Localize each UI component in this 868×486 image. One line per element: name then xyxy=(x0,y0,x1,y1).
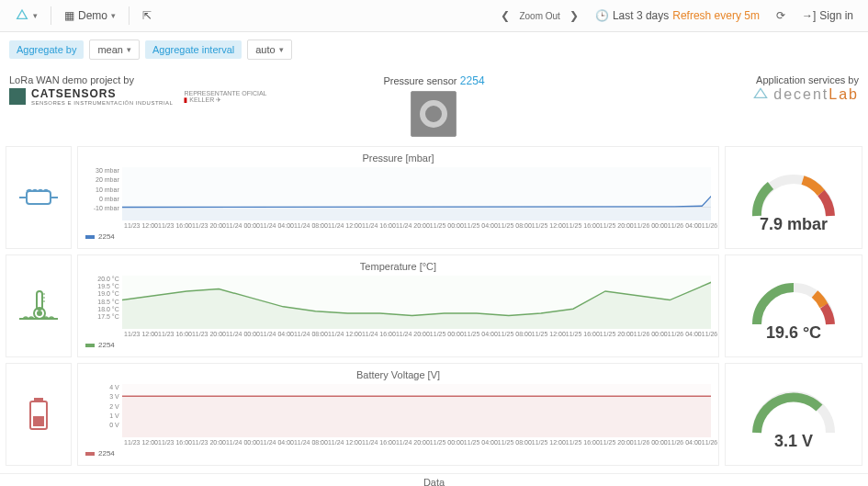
temperature-chart-panel[interactable]: Temperature [°C] 20.0 °C19.5 °C19.0 °C18… xyxy=(77,254,719,357)
catsensors-subtext: SENSORES E INSTRUMENTACIÓN INDUSTRIAL xyxy=(31,100,173,106)
keller-badge: REPRESENTANTE OFICIAL▮ KELLER ✈ xyxy=(184,90,266,104)
grafana-icon xyxy=(15,8,29,23)
sensor-image xyxy=(411,91,457,137)
project-by-text: LoRa WAN demo project by xyxy=(9,74,292,85)
x-axis-labels: 11/23 12:0011/23 16:0011/23 20:0011/24 0… xyxy=(85,222,711,229)
svg-point-9 xyxy=(37,311,42,316)
battery-icon xyxy=(25,396,52,433)
sensor-id-link[interactable]: 2254 xyxy=(460,74,485,87)
aggregate-by-value: mean xyxy=(97,44,123,55)
share-button[interactable]: ⇱ xyxy=(135,6,159,26)
header-left: LoRa WAN demo project by CATSENSORS SENS… xyxy=(9,74,292,106)
caret-down-icon: ▾ xyxy=(127,45,131,54)
pressure-row: Pressure [mbar] 30 mbar20 mbar10 mbar0 m… xyxy=(6,146,862,249)
aggregate-by-label: Aggregate by xyxy=(9,40,84,59)
pressure-line-chart xyxy=(122,167,711,220)
clock-icon: 🕒 xyxy=(595,9,609,22)
svg-rect-16 xyxy=(33,416,44,426)
pressure-gauge-panel: 7.9 mbar xyxy=(725,146,862,249)
panel-title: Temperature [°C] xyxy=(85,259,711,276)
dashboard-name: Demo xyxy=(78,9,107,22)
y-axis-labels: 30 mbar20 mbar10 mbar0 mbar-10 mbar xyxy=(85,167,122,211)
temperature-icon-panel xyxy=(6,254,72,357)
time-range-label: Last 3 days xyxy=(613,9,669,22)
battery-gauge-panel: 3.1 V xyxy=(725,363,862,466)
header-center: Pressure sensor 2254 xyxy=(292,74,575,137)
decentlab-logo: decentLab xyxy=(751,85,859,104)
chart-legend[interactable]: 2254 xyxy=(85,232,711,241)
caret-down-icon: ▾ xyxy=(279,45,284,54)
svg-point-0 xyxy=(423,103,445,125)
catsensors-logo: CATSENSORS SENSORES E INSTRUMENTACIÓN IN… xyxy=(9,87,292,106)
time-range-picker[interactable]: 🕒 Last 3 days Refresh every 5m xyxy=(588,6,767,26)
panel-title: Battery Voltage [V] xyxy=(85,367,711,384)
chart-legend[interactable]: 2254 xyxy=(85,341,711,349)
zoom-out-button[interactable]: Zoom Out xyxy=(519,11,559,21)
sensor-coil-icon xyxy=(417,97,450,130)
svg-rect-19 xyxy=(122,396,711,437)
panel-title: Pressure [mbar] xyxy=(85,151,711,167)
signin-button[interactable]: →] Sign in xyxy=(795,6,861,26)
dashboard-picker[interactable]: ▦ Demo ▾ xyxy=(57,6,123,26)
grid-icon: ▦ xyxy=(64,9,74,22)
refresh-interval-label: Refresh every 5m xyxy=(672,9,760,22)
signin-icon: →] xyxy=(802,9,816,22)
pressure-chart-panel[interactable]: Pressure [mbar] 30 mbar20 mbar10 mbar0 m… xyxy=(77,146,719,249)
battery-row: Battery Voltage [V] 4 V3 V2 V1 V0 V 11/2… xyxy=(6,363,862,466)
toolbar-left: ▾ ▦ Demo ▾ ⇱ xyxy=(7,5,159,27)
panel-title: Data xyxy=(0,473,868,486)
decentlab-icon xyxy=(751,85,770,104)
top-toolbar: ▾ ▦ Demo ▾ ⇱ ❮ Zoom Out ❯ 🕒 Last 3 days … xyxy=(0,0,868,32)
thermometer-icon xyxy=(17,288,60,324)
caret-down-icon: ▾ xyxy=(111,11,116,20)
battery-icon-panel xyxy=(6,363,72,466)
refresh-button[interactable]: ⟳ xyxy=(776,9,785,22)
time-forward-button[interactable]: ❯ xyxy=(569,9,579,22)
x-axis-labels: 11/23 12:0011/23 16:0011/23 20:0011/24 0… xyxy=(85,439,711,446)
y-axis-labels: 4 V3 V2 V1 V0 V xyxy=(85,384,122,428)
template-variables-row: Aggregate by mean ▾ Aggregate interval a… xyxy=(0,32,868,67)
caret-down-icon: ▾ xyxy=(33,11,38,20)
home-dropdown[interactable]: ▾ xyxy=(7,5,45,27)
chart-legend[interactable]: 2254 xyxy=(85,449,711,458)
info-header-row: LoRa WAN demo project by CATSENSORS SENS… xyxy=(0,67,868,146)
aggregate-interval-label: Aggregate interval xyxy=(145,40,242,59)
share-icon: ⇱ xyxy=(142,9,152,22)
temperature-line-chart xyxy=(122,276,711,329)
toolbar-right: ❮ Zoom Out ❯ 🕒 Last 3 days Refresh every… xyxy=(501,6,861,26)
aggregate-interval-value: auto xyxy=(255,44,275,55)
cat-icon xyxy=(9,88,26,105)
dashboard-panels: Pressure [mbar] 30 mbar20 mbar10 mbar0 m… xyxy=(0,146,868,466)
svg-rect-1 xyxy=(27,191,51,204)
separator xyxy=(51,6,51,25)
services-by-text: Application services by xyxy=(576,74,859,85)
battery-line-chart xyxy=(122,384,711,437)
separator xyxy=(129,6,130,25)
temperature-gauge-panel: 19.6 °C xyxy=(725,254,862,357)
header-right: Application services by decentLab xyxy=(576,74,859,107)
x-axis-labels: 11/23 12:0011/23 16:0011/23 20:0011/24 0… xyxy=(85,331,711,337)
aggregate-by-dropdown[interactable]: mean ▾ xyxy=(89,40,140,60)
y-axis-labels: 20.0 °C19.5 °C19.0 °C18.5 °C18.0 °C17.5 … xyxy=(85,276,122,320)
signin-label: Sign in xyxy=(819,9,853,22)
pressure-sensor-icon xyxy=(17,184,60,211)
battery-chart-panel[interactable]: Battery Voltage [V] 4 V3 V2 V1 V0 V 11/2… xyxy=(77,363,719,466)
data-table-panel: Data Time ▾ Device Sensor Value 2018-11-… xyxy=(0,473,868,486)
catsensors-text: CATSENSORS xyxy=(31,87,173,100)
temperature-row: Temperature [°C] 20.0 °C19.5 °C19.0 °C18… xyxy=(6,254,862,357)
aggregate-interval-dropdown[interactable]: auto ▾ xyxy=(247,40,291,60)
pressure-icon-panel xyxy=(6,146,72,249)
sensor-title-text: Pressure sensor xyxy=(383,75,457,86)
time-back-button[interactable]: ❮ xyxy=(501,9,510,22)
